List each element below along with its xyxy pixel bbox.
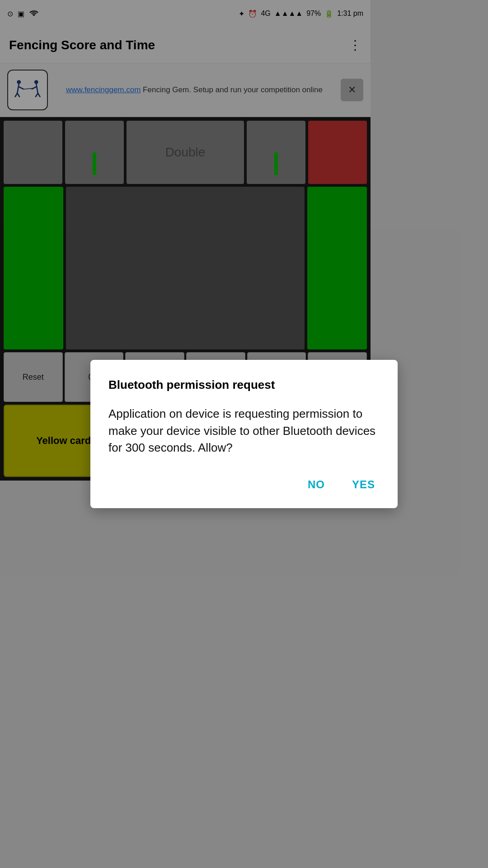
dialog-title: Bluetooth permission request xyxy=(108,378,371,392)
dialog-overlay: Bluetooth permission request Application… xyxy=(0,0,371,868)
dialog-yes-button[interactable]: YES xyxy=(347,475,371,495)
bluetooth-dialog: Bluetooth permission request Application… xyxy=(90,360,371,508)
dialog-buttons: NO YES xyxy=(108,475,371,495)
dialog-body: Application on device is requesting perm… xyxy=(108,406,371,457)
dialog-no-button[interactable]: NO xyxy=(303,475,329,495)
